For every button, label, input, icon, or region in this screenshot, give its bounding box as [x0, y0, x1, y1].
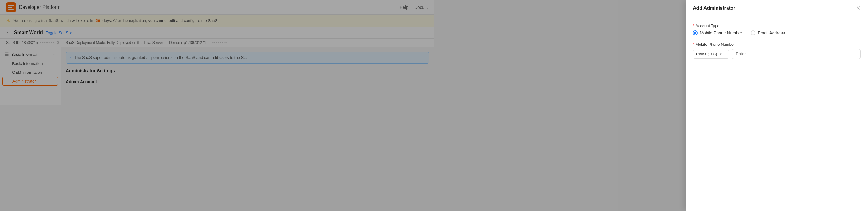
modal-overlay[interactable]: [0, 0, 434, 105]
